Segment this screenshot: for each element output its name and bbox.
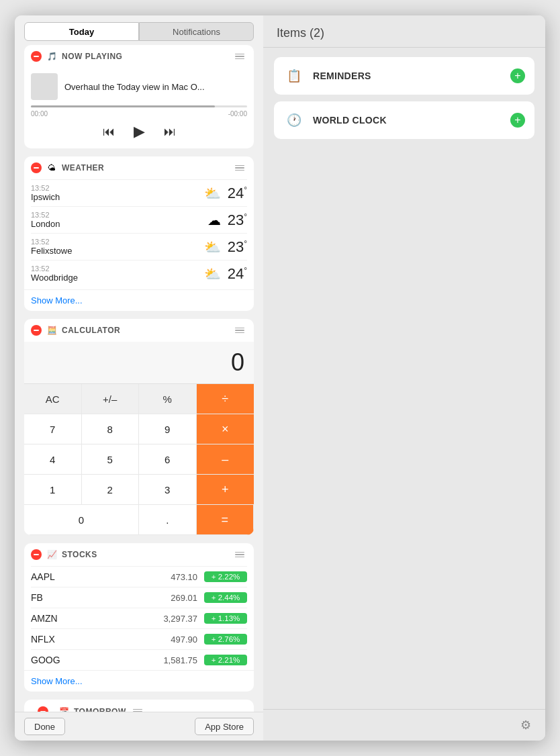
stock-symbol: AMZN xyxy=(31,613,163,624)
right-item-icon: 🕐 xyxy=(283,109,305,131)
right-item-reminders: 📋 REMINDERS + xyxy=(274,57,534,95)
calculator-title: CALCULATOR xyxy=(62,326,228,335)
weather-icon-header: 🌤 xyxy=(46,162,58,174)
right-item-world-clock: 🕐 WORLD CLOCK + xyxy=(274,101,534,139)
tab-today[interactable]: Today xyxy=(24,22,139,41)
calc-btn-4[interactable]: 4 xyxy=(24,444,82,475)
drag-handle-stocks[interactable] xyxy=(232,551,247,559)
remove-weather-btn[interactable] xyxy=(31,162,42,173)
calc-btn-2[interactable]: 2 xyxy=(82,475,140,505)
np-progress-track[interactable] xyxy=(31,105,247,107)
right-footer: ⚙ xyxy=(263,709,545,741)
done-button[interactable]: Done xyxy=(24,718,65,735)
widget-weather: 🌤 WEATHER 13:52 Ipswich ⛅ 24° xyxy=(24,156,254,311)
stock-change: + 2.76% xyxy=(204,634,247,645)
now-playing-icon: 🎵 xyxy=(46,50,58,62)
right-items-list: 📋 REMINDERS + 🕐 WORLD CLOCK + xyxy=(263,48,545,148)
weather-icon-ipswich: ⛅ xyxy=(204,185,221,201)
weather-row-woodbridge: 13:52 Woodbridge ⛅ 24° xyxy=(31,260,247,287)
tab-bar: Today Notifications xyxy=(15,15,263,45)
np-times: 00:00 -00:00 xyxy=(31,110,247,117)
calc-btn-9[interactable]: 9 xyxy=(139,414,197,444)
stock-price: 473.10 xyxy=(171,572,197,582)
stocks-show-more[interactable]: Show More... xyxy=(24,670,254,692)
calc-btn-_[interactable]: = xyxy=(197,505,254,535)
weather-icon-london: ☁ xyxy=(207,212,221,228)
widget-calculator: 🧮 CALCULATOR 0 AC+/–%÷789×456–123+0.= xyxy=(24,319,254,535)
stock-price: 3,297.37 xyxy=(163,614,197,624)
calc-btn-1[interactable]: 1 xyxy=(24,475,82,505)
weather-row-ipswich: 13:52 Ipswich ⛅ 24° xyxy=(31,179,247,206)
right-item-label: REMINDERS xyxy=(313,70,502,81)
stock-symbol: AAPL xyxy=(31,571,171,582)
remove-calculator-btn[interactable] xyxy=(31,325,42,336)
calc-btn-8[interactable]: 8 xyxy=(82,414,140,444)
calc-btn-_[interactable]: % xyxy=(139,384,197,414)
right-panel: Items (2) 📋 REMINDERS + 🕐 WORLD CLOCK + … xyxy=(263,15,545,741)
now-playing-body: Overhaul the Today view in Mac O... 00:0… xyxy=(24,68,254,148)
calculator-grid: AC+/–%÷789×456–123+0.= xyxy=(24,383,254,535)
stock-change: + 2.21% xyxy=(204,655,247,665)
calc-btn-_[interactable]: + xyxy=(197,475,254,505)
rewind-button[interactable]: ⏮ xyxy=(103,125,115,139)
left-panel: Today Notifications 🎵 NOW PLAYING Over xyxy=(15,15,263,741)
right-item-icon: 📋 xyxy=(283,65,305,87)
weather-temp-ipswich: 24° xyxy=(228,185,247,202)
stock-row-aapl: AAPL 473.10 + 2.22% xyxy=(31,566,247,587)
remove-tomorrow-btn[interactable] xyxy=(38,706,48,712)
stock-change: + 2.22% xyxy=(204,571,247,582)
stock-symbol: GOOG xyxy=(31,655,163,665)
stock-symbol: NFLX xyxy=(31,634,171,645)
weather-temp-london: 23° xyxy=(228,211,247,229)
drag-handle-weather[interactable] xyxy=(232,164,247,173)
tab-notifications[interactable]: Notifications xyxy=(139,22,254,41)
drag-handle-now-playing[interactable] xyxy=(232,52,247,61)
np-thumbnail xyxy=(31,73,58,100)
widget-now-playing-header: 🎵 NOW PLAYING xyxy=(24,45,254,68)
main-window: Today Notifications 🎵 NOW PLAYING Over xyxy=(15,15,545,741)
calc-btn-6[interactable]: 6 xyxy=(139,444,197,475)
now-playing-title: NOW PLAYING xyxy=(62,52,228,61)
app-store-button[interactable]: App Store xyxy=(195,718,254,735)
calc-btn-_[interactable]: × xyxy=(197,414,254,444)
weather-loc-london: 13:52 London xyxy=(31,211,201,229)
weather-loc-felixstowe: 13:52 Felixstowe xyxy=(31,238,197,256)
stocks-body: AAPL 473.10 + 2.22% FB 269.01 + 2.44% AM… xyxy=(24,566,254,670)
widget-tomorrow: 📅 TOMORROW xyxy=(24,700,254,712)
np-track-title: Overhaul the Today view in Mac O... xyxy=(64,82,205,92)
widget-stocks: 📈 STOCKS AAPL 473.10 + 2.22% FB 269.01 +… xyxy=(24,543,254,692)
calc-btn-5[interactable]: 5 xyxy=(82,444,140,475)
weather-show-more[interactable]: Show More... xyxy=(24,289,254,311)
np-time-current: 00:00 xyxy=(31,110,48,117)
add-item-button[interactable]: + xyxy=(510,113,525,128)
stock-row-goog: GOOG 1,581.75 + 2.21% xyxy=(31,649,247,670)
right-item-label: WORLD CLOCK xyxy=(313,115,502,126)
calc-btn-AC[interactable]: AC xyxy=(24,384,82,414)
calc-btn-_[interactable]: ÷ xyxy=(197,384,254,414)
left-scroll-area: 🎵 NOW PLAYING Overhaul the Today view in… xyxy=(15,45,263,712)
weather-temp-felixstowe: 23° xyxy=(228,238,247,256)
fast-forward-button[interactable]: ⏭ xyxy=(164,125,176,139)
stocks-icon-header: 📈 xyxy=(46,549,58,561)
calc-btn-3[interactable]: 3 xyxy=(139,475,197,505)
add-item-button[interactable]: + xyxy=(510,68,525,83)
remove-stocks-btn[interactable] xyxy=(31,549,42,560)
stock-row-fb: FB 269.01 + 2.44% xyxy=(31,587,247,608)
weather-loc-woodbridge: 13:52 Woodbridge xyxy=(31,265,197,283)
play-button[interactable]: ▶ xyxy=(134,123,145,140)
remove-now-playing-btn[interactable] xyxy=(31,51,42,62)
stock-price: 1,581.75 xyxy=(163,655,197,665)
np-track-row: Overhaul the Today view in Mac O... xyxy=(31,73,247,100)
calc-btn-___[interactable]: +/– xyxy=(82,384,140,414)
widget-now-playing: 🎵 NOW PLAYING Overhaul the Today view in… xyxy=(24,45,254,148)
weather-temp-woodbridge: 24° xyxy=(228,265,247,283)
calculator-icon-header: 🧮 xyxy=(46,324,58,336)
calc-btn-_[interactable]: . xyxy=(139,505,197,535)
calc-btn-7[interactable]: 7 xyxy=(24,414,82,444)
gear-icon[interactable]: ⚙ xyxy=(517,716,534,734)
calc-btn-0[interactable]: 0 xyxy=(24,505,139,535)
drag-handle-calculator[interactable] xyxy=(232,326,247,335)
stock-row-amzn: AMZN 3,297.37 + 1.13% xyxy=(31,608,247,628)
calc-btn-_[interactable]: – xyxy=(197,444,254,475)
np-controls: ⏮ ▶ ⏭ xyxy=(31,123,247,140)
